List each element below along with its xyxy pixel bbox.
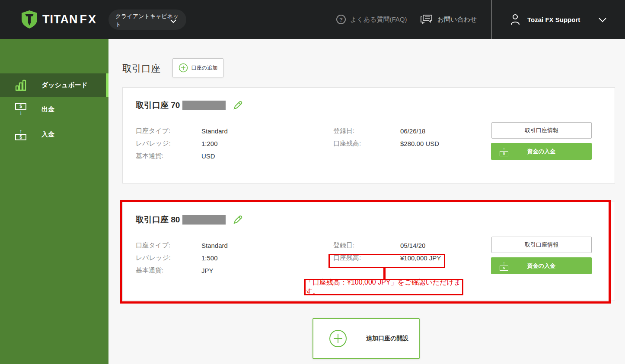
open-account-label: 追加口座の開設 xyxy=(366,335,408,342)
detail-label: レバレッジ: xyxy=(136,254,201,262)
account-details-left: 口座タイプ: Standard レバレッジ: 1:200 基本通貨: USD xyxy=(136,127,228,164)
deposit-label: 資金の入金 xyxy=(508,262,592,270)
account-info-button[interactable]: 取引口座情報 xyxy=(491,122,592,139)
detail-row: 口座タイプ: Standard xyxy=(136,241,228,250)
sidebar-item-label: 入金 xyxy=(41,130,54,139)
header-divider xyxy=(491,0,492,39)
detail-value: JPY xyxy=(201,267,214,274)
contact-label: お問い合わせ xyxy=(437,16,477,24)
card-divider xyxy=(321,238,321,284)
detail-row: 基本通貨: JPY xyxy=(136,266,228,275)
detail-row: 口座タイプ: Standard xyxy=(136,127,228,135)
account-actions: 取引口座情報 ↑ $ 資金の入金 xyxy=(491,237,592,274)
detail-label: 基本通貨: xyxy=(136,152,201,160)
edit-pencil-icon[interactable] xyxy=(233,100,243,111)
balance-value: ¥100,000 JPY xyxy=(400,254,441,262)
shield-logo-icon xyxy=(21,10,38,29)
deposit-icon: ↑ $ xyxy=(500,147,508,156)
account-info-button[interactable]: 取引口座情報 xyxy=(491,237,592,253)
detail-label: 口座残高: xyxy=(333,139,400,148)
deposit-funds-button[interactable]: ↑ $ 資金の入金 xyxy=(491,257,592,274)
detail-value: Standard xyxy=(201,127,228,135)
arrow-up-glyph: ↑ xyxy=(503,261,505,266)
contact-link[interactable]: お問い合わせ xyxy=(420,0,477,39)
detail-label: 口座残高: xyxy=(333,254,400,262)
bar-chart-icon xyxy=(0,79,41,91)
detail-value: Standard xyxy=(201,242,228,249)
dollar-glyph: $ xyxy=(19,135,22,139)
deposit-icon: ↑ $ xyxy=(500,261,508,271)
titanfx-logo: TITAN FX xyxy=(21,0,97,39)
highlight-note-text: 「口座残高：¥100,000 JPY」をご確認いただけます。 xyxy=(306,278,462,296)
detail-value: 1:500 xyxy=(201,254,218,262)
add-account-button[interactable]: 口座の追加 xyxy=(172,58,223,77)
user-chevron-down-icon[interactable] xyxy=(598,16,607,24)
withdraw-icon: $ ↓ xyxy=(0,103,41,115)
detail-value: $280.00 USD xyxy=(400,140,439,147)
detail-label: 口座タイプ: xyxy=(136,241,201,250)
chevron-down-icon xyxy=(170,18,177,26)
detail-value: 06/26/18 xyxy=(400,127,425,135)
sidebar-nav: ダッシュボード $ ↓ 出金 ↑ $ 入金 xyxy=(0,39,108,364)
sidebar-item-label: ダッシュボード xyxy=(41,81,88,89)
account-details-right: 登録日: 05/14/20 口座残高: ¥100,000 JPY xyxy=(333,241,441,266)
account-card-1: 取引口座 70 口座タイプ: Standard レバレッジ: 1:200 基本通… xyxy=(122,87,615,184)
redacted-account-number xyxy=(182,101,226,110)
user-menu[interactable]: Tozai FX Support xyxy=(509,0,580,39)
edit-pencil-icon[interactable] xyxy=(233,215,243,225)
sidebar-item-withdraw[interactable]: $ ↓ 出金 xyxy=(0,97,108,122)
page-title: 取引口座 xyxy=(122,62,160,75)
dollar-glyph: $ xyxy=(19,104,22,109)
faq-link[interactable]: ? よくある質問(FAQ) xyxy=(336,0,407,39)
balance-row: 口座残高: ¥100,000 JPY xyxy=(333,253,441,262)
user-name: Tozai FX Support xyxy=(527,16,580,23)
detail-label: 登録日: xyxy=(333,241,400,250)
logo-text-main: TITAN xyxy=(42,13,78,26)
question-glyph: ? xyxy=(339,16,343,23)
help-icon: ? xyxy=(336,15,346,24)
account-title: 取引口座 80 xyxy=(136,214,243,225)
sidebar-item-deposit[interactable]: ↑ $ 入金 xyxy=(0,122,108,147)
top-header: TITAN FX クライアントキャビネット ? よくある質問(FAQ) お問い合… xyxy=(0,0,625,39)
add-account-label: 口座の追加 xyxy=(191,64,217,72)
sidebar-spacer xyxy=(0,39,108,73)
sidebar-item-dashboard[interactable]: ダッシュボード xyxy=(0,73,108,97)
account-title: 取引口座 70 xyxy=(136,100,243,111)
detail-label: 基本通貨: xyxy=(136,266,201,275)
account-actions: 取引口座情報 ↑ $ 資金の入金 xyxy=(491,122,592,160)
detail-row: 基本通貨: USD xyxy=(136,152,228,160)
open-additional-account-button[interactable]: 追加口座の開設 xyxy=(312,318,420,359)
card-divider xyxy=(321,123,321,170)
account-title-text: 取引口座 70 xyxy=(136,100,180,111)
client-cabinet-dropdown[interactable]: クライアントキャビネット xyxy=(108,9,186,30)
highlight-note: 「口座残高：¥100,000 JPY」をご確認いただけます。 xyxy=(304,279,463,295)
arrow-down-glyph: ↓ xyxy=(19,110,22,115)
arrow-up-glyph: ↑ xyxy=(19,128,22,134)
detail-label: 口座タイプ: xyxy=(136,127,201,135)
deposit-icon: ↑ $ xyxy=(0,128,41,140)
detail-value: 1:200 xyxy=(201,140,218,147)
detail-value: 05/14/20 xyxy=(400,242,425,249)
detail-row: レバレッジ: 1:200 xyxy=(136,139,228,148)
detail-value: USD xyxy=(201,152,215,160)
detail-row: 口座残高: $280.00 USD xyxy=(333,139,439,148)
dollar-glyph: $ xyxy=(503,152,505,155)
logo-text: TITAN FX xyxy=(42,13,97,26)
logo-text-sub: FX xyxy=(80,13,97,26)
client-cabinet-label: クライアントキャビネット xyxy=(115,13,179,28)
account-details-right: 登録日: 06/26/18 口座残高: $280.00 USD xyxy=(333,127,439,152)
detail-label: 登録日: xyxy=(333,127,400,135)
user-icon xyxy=(509,13,521,26)
faq-label: よくある質問(FAQ) xyxy=(350,16,407,24)
plus-circle-icon xyxy=(179,63,188,73)
detail-row: レバレッジ: 1:500 xyxy=(136,253,228,262)
detail-label: レバレッジ: xyxy=(136,139,201,148)
arrow-up-glyph: ↑ xyxy=(503,147,505,151)
active-accent-bar xyxy=(106,73,108,97)
plus-circle-icon xyxy=(329,329,347,348)
deposit-funds-button[interactable]: ↑ $ 資金の入金 xyxy=(491,143,592,160)
detail-row: 登録日: 05/14/20 xyxy=(333,241,441,250)
dollar-glyph: $ xyxy=(503,266,505,270)
redacted-account-number xyxy=(182,215,226,225)
account-details-left: 口座タイプ: Standard レバレッジ: 1:500 基本通貨: JPY xyxy=(136,241,228,279)
